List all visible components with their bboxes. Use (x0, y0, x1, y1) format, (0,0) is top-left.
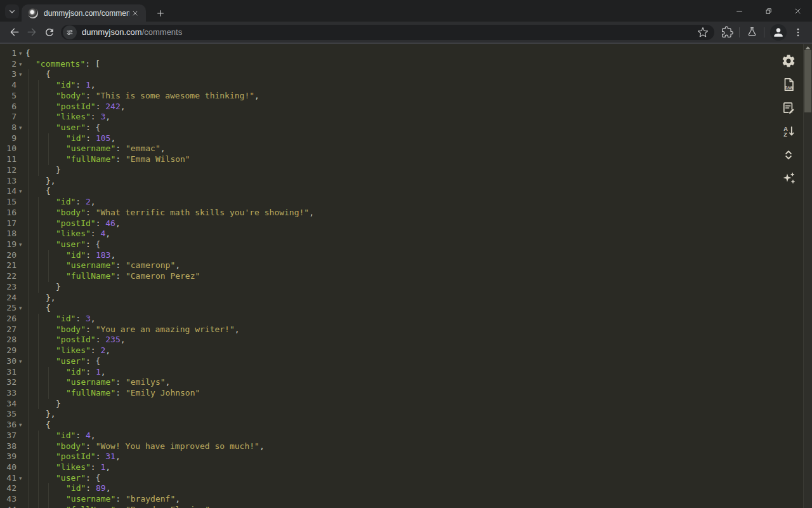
code-line: 16"body": "What terrific math skills you… (0, 208, 803, 218)
scrollbar-thumb[interactable] (804, 50, 811, 112)
raw-view-icon: RAW (781, 77, 796, 92)
indent-guide (28, 186, 29, 197)
back-button[interactable] (5, 23, 23, 41)
active-tab[interactable]: dummyjson.com/comments (22, 4, 146, 22)
indent-guide (28, 176, 29, 187)
edit-view-icon (781, 100, 796, 116)
edit-view-button[interactable] (780, 100, 797, 116)
code-text: "likes": 4, (56, 229, 110, 239)
indent-guide (38, 431, 39, 441)
code-line: 27"body": "You are an amazing writer!", (0, 324, 803, 335)
line-number: 9 (0, 133, 16, 144)
line-number: 6 (0, 102, 16, 112)
code-text: "id": 1, (66, 367, 106, 378)
indent-guide (38, 388, 39, 399)
ai-sparkles-button[interactable] (780, 170, 797, 187)
code-line: 29"likes": 2, (0, 345, 803, 356)
code-text: "fullName": "Emily Johnson" (66, 388, 200, 399)
code-text: "postId": 242, (56, 102, 126, 112)
minimize-icon (735, 6, 744, 16)
line-number: 42 (0, 483, 16, 494)
line-number: 22 (0, 271, 16, 282)
code-line: 41▾"user": { (0, 473, 803, 484)
indent-guide (38, 494, 39, 505)
collapse-caret-icon[interactable]: ▾ (19, 420, 22, 431)
indent-guide (28, 399, 29, 410)
url-domain: dummyjson.com (82, 27, 142, 37)
code-line: 44"fullName": "Brayden Fleming" (0, 505, 803, 508)
toolbar-divider (739, 27, 740, 37)
line-number: 26 (0, 314, 16, 324)
line-number: 37 (0, 431, 16, 441)
code-line: 2▾"comments": [ (0, 59, 803, 70)
indent-guide (28, 473, 29, 484)
line-number: 15 (0, 197, 16, 208)
raw-view-button[interactable]: RAW (780, 76, 797, 93)
indent-guide (48, 154, 49, 165)
line-number: 7 (0, 112, 16, 123)
indent-guide (28, 377, 29, 388)
code-text: { (46, 303, 51, 314)
code-line: 28"postId": 235, (0, 335, 803, 345)
indent-guide (38, 218, 39, 229)
ai-sparkles-icon (781, 171, 796, 186)
code-text: "likes": 2, (56, 345, 110, 356)
collapse-caret-icon[interactable]: ▾ (19, 473, 22, 484)
indent-guide (38, 229, 39, 239)
menu-button[interactable] (789, 23, 807, 41)
flask-icon (746, 26, 758, 38)
site-settings-sliders-icon (65, 28, 74, 37)
settings-gear-button[interactable] (780, 53, 797, 69)
minimize-button[interactable] (724, 0, 754, 22)
tab-strip: dummyjson.com/comments (0, 0, 812, 22)
address-bar[interactable]: dummyjson.com/comments (61, 25, 714, 40)
sort-az-button[interactable]: AZ (780, 123, 797, 140)
indent-guide (48, 367, 49, 378)
labs-button[interactable] (743, 23, 761, 41)
line-number: 13 (0, 176, 16, 187)
code-text: "fullName": "Brayden Fleming" (66, 505, 210, 508)
code-text: "body": "This is some awesome thinking!"… (56, 91, 259, 102)
collapse-caret-icon[interactable]: ▾ (19, 123, 22, 133)
close-window-button[interactable] (783, 0, 812, 22)
maximize-button[interactable] (754, 0, 783, 22)
indent-guide (28, 303, 29, 314)
bookmark-button[interactable] (695, 25, 710, 40)
tab-close-button[interactable] (129, 8, 141, 19)
code-line: 4"id": 1, (0, 80, 803, 91)
collapse-caret-icon[interactable]: ▾ (19, 356, 22, 367)
collapse-caret-icon[interactable]: ▾ (19, 239, 22, 250)
line-number: 2 (0, 59, 16, 70)
indent-guide (48, 483, 49, 494)
indent-guide (28, 250, 29, 261)
expand-collapse-button[interactable] (780, 147, 797, 163)
line-number: 23 (0, 282, 16, 293)
forward-button[interactable] (23, 23, 41, 41)
collapse-caret-icon[interactable]: ▾ (19, 303, 22, 314)
indent-guide (48, 388, 49, 399)
collapse-caret-icon[interactable]: ▾ (19, 48, 22, 59)
collapse-caret-icon[interactable]: ▾ (19, 69, 22, 80)
tab-search-button[interactable] (5, 4, 19, 18)
code-text: "user": { (56, 356, 100, 367)
profile-button[interactable] (770, 24, 787, 41)
line-number: 36 (0, 420, 16, 431)
code-line: 3▾{ (0, 69, 803, 80)
collapse-caret-icon[interactable]: ▾ (19, 186, 22, 197)
indent-guide (38, 239, 39, 250)
code-text: "id": 1, (56, 80, 96, 91)
code-text: }, (46, 176, 56, 187)
collapse-caret-icon[interactable]: ▾ (19, 59, 22, 70)
line-number: 27 (0, 324, 16, 335)
extensions-button[interactable] (718, 23, 736, 41)
back-arrow-icon (8, 26, 20, 38)
line-number: 16 (0, 208, 16, 218)
indent-guide (28, 314, 29, 324)
code-line: 20"id": 183, (0, 250, 803, 261)
reload-button[interactable] (41, 23, 58, 41)
code-line: 12} (0, 165, 803, 176)
scrollbar[interactable] (803, 44, 812, 508)
window-controls (724, 0, 812, 22)
new-tab-button[interactable] (152, 5, 169, 22)
site-info-button[interactable] (63, 25, 77, 39)
